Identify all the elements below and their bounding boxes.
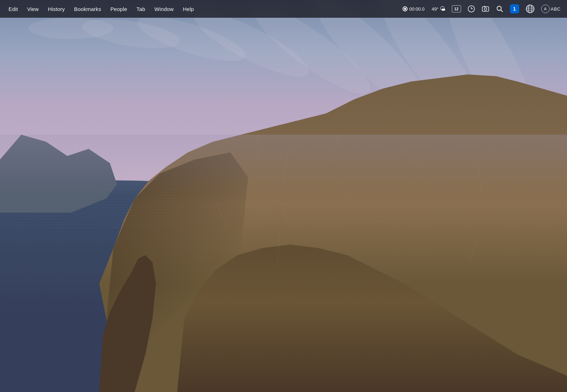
globe-icon [526,4,535,13]
weather-icon: 🌤 [440,6,445,12]
camera-icon [482,5,489,13]
clock-icon [467,5,475,13]
font-circle-icon: A [541,5,550,13]
screen-time-icon[interactable] [465,4,477,14]
svg-line-5 [501,10,503,12]
onepassword-icon-button[interactable]: 1 [508,3,521,15]
wallpaper-background [0,0,567,392]
font-indicator: A ABC [541,5,561,13]
temperature-label: 49° [432,6,439,12]
menu-bookmarks[interactable]: Bookmarks [70,5,105,13]
menubar: Edit View History Bookmarks People Tab W… [0,0,567,18]
svg-rect-1 [482,7,489,11]
tab-count-box: 12 [452,5,461,12]
menu-window[interactable]: Window [150,5,178,13]
search-icon-button[interactable] [494,4,506,14]
tab-count-label: 12 [454,7,459,11]
tab-count-button[interactable]: 12 [450,4,463,13]
search-icon [496,5,504,13]
menu-view[interactable]: View [23,5,43,13]
menu-help[interactable]: Help [179,5,198,13]
menu-history[interactable]: History [44,5,69,13]
svg-point-2 [484,8,487,10]
record-dot-inner [404,8,406,10]
screenshot-icon-button[interactable] [479,4,492,14]
globe-icon-button[interactable] [523,3,537,15]
record-button[interactable]: 00:00.0 [400,5,427,13]
menubar-right: 00:00.0 49° 🌤 12 [400,3,563,15]
record-dot-icon [403,6,408,11]
onepassword-icon: 1 [510,4,519,13]
menu-people[interactable]: People [106,5,131,13]
menu-tab[interactable]: Tab [132,5,150,13]
font-label: ABC [551,6,561,12]
menubar-left: Edit View History Bookmarks People Tab W… [4,5,400,13]
weather-status[interactable]: 49° 🌤 [430,5,448,13]
svg-rect-3 [484,6,485,7]
record-time: 00:00.0 [409,6,425,12]
font-icon-button[interactable]: A ABC [539,4,563,14]
menu-edit[interactable]: Edit [4,5,22,13]
